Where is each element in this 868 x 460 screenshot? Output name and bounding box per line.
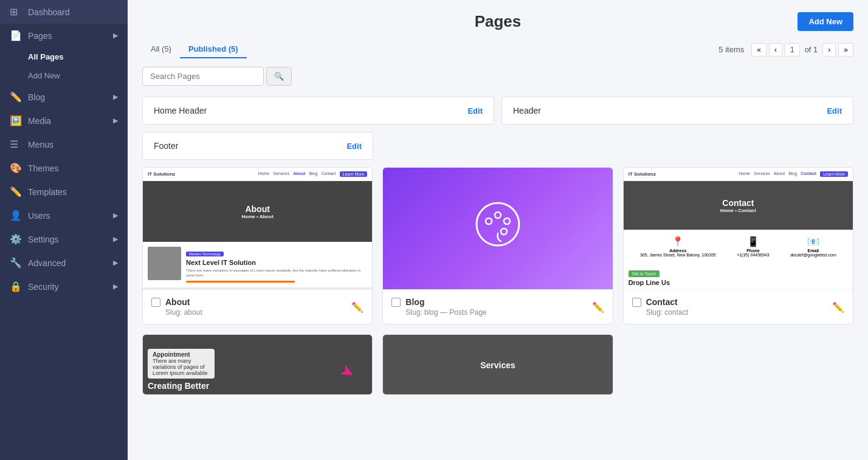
contact-drop-title: Drop Line Us (629, 279, 848, 286)
sidebar-item-label: Users (28, 211, 50, 221)
chevron-right-icon: ▶ (113, 93, 118, 101)
sidebar-item-label: Pages (28, 31, 52, 41)
chevron-right-icon: ▶ (113, 259, 118, 267)
settings-icon: ⚙️ (10, 233, 22, 245)
home-preview: Appointment There are many variations of… (143, 335, 372, 395)
nav-brand: IT Solutionz (148, 171, 175, 177)
search-button[interactable]: 🔍 (266, 67, 292, 86)
contact-checkbox[interactable] (632, 298, 641, 307)
tabs-row: All (5) Published (5) 5 items « ‹ 1 of 1… (142, 41, 853, 58)
contact-drop: Get In Touch Drop Line Us (624, 263, 853, 289)
template-row-1: Home Header Edit Header Edit (142, 97, 853, 125)
chevron-right-icon: ▶ (113, 283, 118, 290)
blog-card-info: Blog Slug: blog — Posts Page ✏️ (383, 289, 612, 324)
template-card-header: Header Edit (501, 97, 853, 125)
sidebar-item-blog[interactable]: ✏️ Blog ▶ (0, 85, 128, 109)
sidebar-item-all-pages[interactable]: All Pages ➤ (0, 47, 128, 66)
appointment-text: There are many variations of pages of Lo… (153, 358, 210, 376)
sidebar: ⊞ Dashboard 📄 Pages ▶ All Pages ➤ Add Ne… (0, 0, 128, 460)
contact-info-row: 📍 Address 305, James Street, New Balony,… (624, 230, 853, 263)
about-bar (186, 281, 295, 283)
sidebar-sub-label: Add New (28, 71, 60, 80)
pagination-prev[interactable]: ‹ (769, 43, 782, 57)
nav-cta: Learn More (820, 171, 848, 177)
template-card-footer: Footer Edit (142, 132, 373, 160)
nav-link: Contact (321, 171, 336, 177)
address-icon: 📍 (640, 236, 716, 247)
main-content: Pages Add New All (5) Published (5) 5 it… (128, 0, 868, 460)
sidebar-item-label: Themes (28, 163, 59, 173)
tab-published[interactable]: Published (5) (180, 41, 247, 58)
sidebar-item-pages[interactable]: 📄 Pages ▶ (0, 24, 128, 47)
search-input[interactable] (142, 67, 264, 86)
themes-icon: 🎨 (10, 162, 22, 174)
contact-preview: IT Solutionz Home Services About Blog Co… (624, 168, 853, 289)
sidebar-item-dashboard[interactable]: ⊞ Dashboard (0, 0, 128, 24)
about-name-row: About (151, 297, 202, 307)
sidebar-item-advanced[interactable]: 🔧 Advanced ▶ (0, 251, 128, 275)
contact-nav: IT Solutionz Home Services About Blog Co… (624, 168, 853, 181)
page-card-home: Appointment There are many variations of… (142, 334, 373, 395)
blog-preview (383, 168, 612, 289)
pagination: 5 items « ‹ 1 of 1 › » (718, 43, 853, 57)
search-icon: 🔍 (274, 72, 284, 81)
about-heading: Next Level IT Solution (186, 259, 367, 266)
pagination-first[interactable]: « (751, 43, 766, 57)
add-new-button[interactable]: Add New (797, 12, 853, 31)
appointment-badge: Appointment There are many variations of… (148, 349, 215, 379)
template-title-header: Header (513, 106, 541, 115)
blog-checkbox[interactable] (391, 298, 401, 307)
edit-link-header[interactable]: Edit (827, 106, 842, 115)
sidebar-item-users[interactable]: 👤 Users ▶ (0, 204, 128, 227)
sidebar-item-menus[interactable]: ☰ Menus (0, 132, 128, 156)
contact-page-name: Contact (646, 297, 678, 307)
sidebar-item-templates[interactable]: ✏️ Templates (0, 180, 128, 204)
contact-phone: 📱 Phone +1(35) 04456943 (737, 236, 770, 257)
nav-links: Home Services About Blog Contact Learn M… (739, 171, 848, 177)
edit-link-footer[interactable]: Edit (346, 142, 362, 151)
blog-edit-icon[interactable]: ✏️ (592, 301, 604, 313)
services-title: Services (480, 360, 515, 370)
sidebar-item-label: Dashboard (28, 7, 70, 17)
nav-link: Home (739, 171, 750, 177)
blog-page-name: Blog (405, 297, 424, 307)
sidebar-item-label: Menus (28, 140, 53, 149)
page-card-services: Services (382, 334, 613, 395)
pagination-last[interactable]: » (838, 43, 853, 57)
sidebar-item-media[interactable]: 🖼️ Media ▶ (0, 109, 128, 132)
creating-better-text: Creating Better (148, 381, 367, 391)
blog-icon: ✏️ (10, 91, 22, 103)
address-label: Address (640, 249, 716, 253)
tab-all[interactable]: All (5) (142, 41, 180, 58)
contact-hero-title: Contact (720, 198, 756, 208)
about-edit-icon[interactable]: ✏️ (351, 301, 363, 313)
sidebar-item-label: Media (28, 116, 51, 126)
contact-card-info: Contact Slug: contact ✏️ (624, 289, 853, 324)
sidebar-item-add-new[interactable]: Add New (0, 66, 128, 85)
sidebar-item-label: Advanced (28, 258, 66, 268)
about-checkbox[interactable] (151, 298, 160, 307)
sidebar-item-settings[interactable]: ⚙️ Settings ▶ (0, 227, 128, 251)
template-title-footer: Footer (154, 141, 178, 151)
about-preview: IT Solutionz Home Services About Blog Co… (143, 168, 372, 289)
nav-link: Home (258, 171, 270, 177)
sidebar-item-security[interactable]: 🔒 Security ▶ (0, 275, 128, 298)
sidebar-item-themes[interactable]: 🎨 Themes (0, 156, 128, 180)
about-hero: About Home • About (143, 181, 372, 242)
nav-link: About (774, 171, 785, 177)
sidebar-item-label: Settings (28, 235, 59, 244)
sidebar-item-label: Templates (28, 187, 67, 197)
contact-slug: Slug: contact (632, 308, 688, 317)
svg-point-1 (486, 218, 492, 224)
pagination-next[interactable]: › (822, 43, 836, 57)
nav-link: Contact (801, 171, 816, 177)
svg-point-3 (504, 218, 510, 224)
contact-edit-icon[interactable]: ✏️ (832, 301, 844, 313)
chevron-right-icon: ▶ (113, 117, 118, 125)
security-icon: 🔒 (10, 281, 22, 292)
about-img (148, 247, 181, 280)
palette-icon (474, 200, 522, 257)
edit-link-home-header[interactable]: Edit (467, 106, 483, 115)
nav-link: Services (273, 171, 289, 177)
nav-link: Blog (309, 171, 317, 177)
